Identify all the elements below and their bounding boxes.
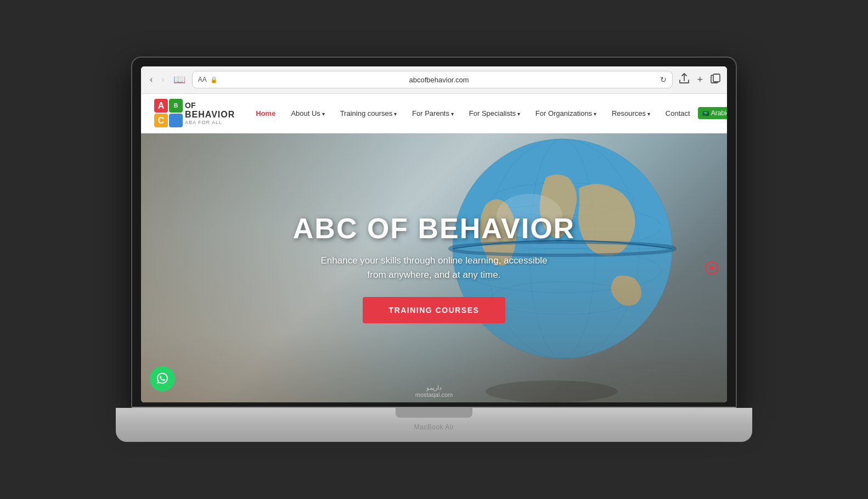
share-button[interactable]: [679, 73, 689, 87]
macbook-label: MacBook Air: [414, 423, 454, 431]
nav-home[interactable]: Home: [248, 105, 283, 122]
hero-subtitle: Enhance your skills through online learn…: [293, 254, 575, 282]
logo-block-a: A: [154, 99, 168, 113]
watermark: داريمو mostaqal.com: [415, 384, 453, 398]
nav-about[interactable]: About Us: [283, 105, 332, 122]
logo-behavior-text: BEHAVIOR: [185, 110, 235, 120]
carousel-dot: [709, 266, 714, 270]
url-bar[interactable]: AA 🔒 abcofbehavior.com ↻: [192, 71, 673, 88]
laptop-notch: [396, 408, 472, 418]
screen: ‹ › 📖 AA 🔒 abcofbehavior.com ↻: [141, 66, 727, 402]
training-courses-button[interactable]: TRAINING COURSES: [363, 297, 506, 323]
nav-links: Home About Us Training courses For Paren…: [248, 105, 697, 122]
nav-training[interactable]: Training courses: [332, 105, 404, 122]
hero-section: ABC OF BEHAVIOR Enhance your skills thro…: [141, 133, 727, 402]
back-button[interactable]: ‹: [148, 72, 155, 87]
nav-resources[interactable]: Resources: [604, 105, 658, 122]
screen-bezel: ‹ › 📖 AA 🔒 abcofbehavior.com ↻: [132, 58, 736, 409]
nav-right: 🇸🇦 Arabic •••: [698, 107, 727, 119]
logo-blocks: A B C: [154, 99, 183, 127]
laptop-frame: ‹ › 📖 AA 🔒 abcofbehavior.com ↻: [132, 58, 736, 442]
carousel-indicator[interactable]: [705, 261, 718, 274]
forward-button[interactable]: ›: [159, 72, 166, 87]
browser-chrome: ‹ › 📖 AA 🔒 abcofbehavior.com ↻: [141, 66, 727, 94]
site-logo[interactable]: A B C OF BEHAVIOR ABA FOR ALL: [154, 99, 235, 127]
watermark-line1: داريمو: [415, 384, 453, 391]
nav-parents[interactable]: For Parents: [404, 105, 461, 122]
arabic-language-button[interactable]: 🇸🇦 Arabic: [698, 107, 727, 119]
navbar: A B C OF BEHAVIOR ABA FOR ALL: [141, 94, 727, 133]
svg-rect-1: [713, 74, 720, 82]
arabic-label: Arabic: [711, 109, 727, 117]
new-tab-button[interactable]: +: [697, 74, 703, 86]
logo-of-text: OF: [185, 101, 235, 110]
logo-tagline: ABA FOR ALL: [185, 120, 235, 125]
hero-title: ABC OF BEHAVIOR: [293, 212, 575, 245]
hero-content: ABC OF BEHAVIOR Enhance your skills thro…: [282, 201, 586, 334]
tabs-button[interactable]: [711, 74, 720, 86]
browser-nav: ‹ ›: [148, 72, 167, 87]
nav-organizations[interactable]: For Organizations: [528, 105, 604, 122]
watermark-line2: mostaqal.com: [415, 391, 453, 398]
whatsapp-button[interactable]: [150, 366, 175, 391]
url-text: abcofbehavior.com: [221, 76, 657, 84]
nav-contact[interactable]: Contact: [658, 105, 698, 122]
lock-icon: 🔒: [210, 76, 218, 83]
logo-block-c: C: [154, 114, 168, 127]
website: A B C OF BEHAVIOR ABA FOR ALL: [141, 94, 727, 402]
nav-specialists[interactable]: For Specialists: [461, 105, 528, 122]
browser-actions: +: [679, 73, 720, 87]
logo-text: OF BEHAVIOR ABA FOR ALL: [185, 101, 235, 125]
bookmarks-icon[interactable]: 📖: [173, 74, 185, 86]
aa-text: AA: [198, 76, 207, 83]
logo-block-d: [169, 114, 183, 127]
logo-block-b: B: [169, 99, 183, 113]
reload-button[interactable]: ↻: [660, 75, 667, 84]
